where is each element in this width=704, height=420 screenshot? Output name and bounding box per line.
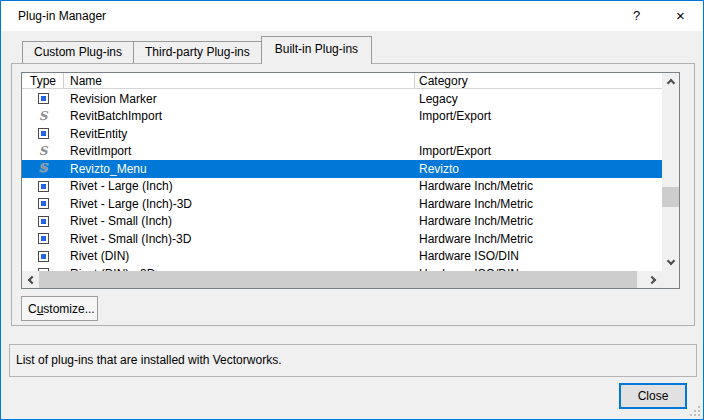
scroll-up-button[interactable] (662, 73, 679, 90)
horizontal-scrollbar[interactable] (22, 271, 662, 288)
window-title: Plug-in Manager (18, 1, 106, 31)
help-button[interactable]: ? (614, 1, 659, 31)
tab-panel: Type Name Category Revision MarkerLegacy… (11, 63, 695, 326)
table-row[interactable]: SRevitImportImport/Export (22, 143, 662, 161)
row-type-cell: S (22, 146, 64, 157)
table-row[interactable]: Rivet - Small (Inch)Hardware Inch/Metric (22, 213, 662, 231)
column-header-type[interactable]: Type (22, 73, 64, 88)
scrollbar-corner (662, 271, 679, 288)
titlebar[interactable]: Plug-in Manager ? × (1, 1, 703, 31)
row-type-cell: S (22, 111, 64, 122)
row-category: Hardware Inch/Metric (415, 214, 662, 228)
scroll-right-button[interactable] (645, 271, 662, 288)
row-type-cell (22, 251, 64, 262)
row-name: Rivet - Large (Inch) (64, 179, 415, 193)
script-icon: S (38, 146, 49, 157)
script-icon: S (38, 111, 49, 122)
status-text: List of plug-ins that are installed with… (16, 353, 281, 367)
row-name: Rivet (DIN) (64, 249, 415, 263)
row-category: Revizto (415, 162, 662, 176)
tool-icon (38, 93, 49, 104)
tool-icon (38, 216, 49, 227)
plugin-list: Type Name Category Revision MarkerLegacy… (21, 72, 680, 289)
resize-grip[interactable] (689, 405, 701, 417)
list-rows: Revision MarkerLegacySRevitBatchImportIm… (22, 90, 662, 271)
vertical-scroll-thumb[interactable] (662, 187, 679, 207)
table-row[interactable]: Rivet - Small (Inch)-3DHardware Inch/Met… (22, 230, 662, 248)
row-category: Hardware Inch/Metric (415, 197, 662, 211)
help-icon: ? (633, 8, 640, 23)
chevron-right-icon (648, 275, 656, 283)
tab-custom-plug-ins[interactable]: Custom Plug-ins (22, 41, 134, 63)
scroll-left-button[interactable] (22, 271, 39, 288)
vertical-scrollbar[interactable] (662, 73, 679, 271)
row-category: Import/Export (415, 144, 662, 158)
tab-strip: Custom Plug-insThird-party Plug-insBuilt… (22, 33, 371, 63)
tool-icon (38, 198, 49, 209)
tool-icon (38, 128, 49, 139)
row-type-cell: S (22, 163, 64, 174)
table-row[interactable]: Rivet - Large (Inch)Hardware Inch/Metric (22, 178, 662, 196)
window-close-button[interactable]: × (658, 1, 703, 31)
chevron-up-icon (666, 79, 674, 87)
row-type-cell (22, 128, 64, 139)
row-category: Hardware ISO/DIN (415, 249, 662, 263)
tab-third-party-plug-ins[interactable]: Third-party Plug-ins (133, 41, 262, 63)
row-name: RevitImport (64, 144, 415, 158)
tool-icon (38, 251, 49, 262)
list-header: Type Name Category (22, 73, 662, 89)
table-row[interactable]: Rivet (DIN)Hardware ISO/DIN (22, 248, 662, 266)
chevron-left-icon (28, 275, 36, 283)
row-name: Revision Marker (64, 92, 415, 106)
row-name: RevitBatchImport (64, 109, 415, 123)
table-row[interactable]: SRevizto_MenuRevizto (22, 160, 662, 178)
tool-icon (38, 181, 49, 192)
column-header-name[interactable]: Name (64, 73, 415, 88)
row-type-cell (22, 93, 64, 104)
column-header-category[interactable]: Category (415, 73, 662, 88)
plugin-manager-dialog: Plug-in Manager ? × Custom Plug-insThird… (0, 0, 704, 420)
row-type-cell (22, 216, 64, 227)
table-row[interactable]: SRevitBatchImportImport/Export (22, 108, 662, 126)
row-category: Hardware Inch/Metric (415, 179, 662, 193)
chevron-down-icon (666, 257, 674, 265)
close-button[interactable]: Close (619, 383, 687, 409)
row-name: Rivet - Small (Inch) (64, 214, 415, 228)
row-category: Hardware Inch/Metric (415, 232, 662, 246)
table-row[interactable]: RevitEntity (22, 125, 662, 143)
row-name: Rivet - Large (Inch)-3D (64, 197, 415, 211)
tab-built-in-plug-ins[interactable]: Built-in Plug-ins (261, 36, 372, 64)
scroll-down-button[interactable] (662, 254, 679, 271)
table-row[interactable]: Revision MarkerLegacy (22, 90, 662, 108)
status-box: List of plug-ins that are installed with… (9, 344, 697, 377)
customize-button[interactable]: Customize... (21, 296, 98, 321)
table-row[interactable]: Rivet - Large (Inch)-3DHardware Inch/Met… (22, 195, 662, 213)
row-category: Import/Export (415, 109, 662, 123)
close-icon: × (676, 7, 685, 24)
row-name: Revizto_Menu (64, 162, 415, 176)
horizontal-scroll-thumb[interactable] (39, 271, 637, 288)
row-name: Rivet - Small (Inch)-3D (64, 232, 415, 246)
row-type-cell (22, 198, 64, 209)
tool-icon (38, 233, 49, 244)
script-icon: S (38, 163, 49, 174)
row-type-cell (22, 233, 64, 244)
row-name: RevitEntity (64, 127, 415, 141)
row-type-cell (22, 181, 64, 192)
row-category: Legacy (415, 92, 662, 106)
